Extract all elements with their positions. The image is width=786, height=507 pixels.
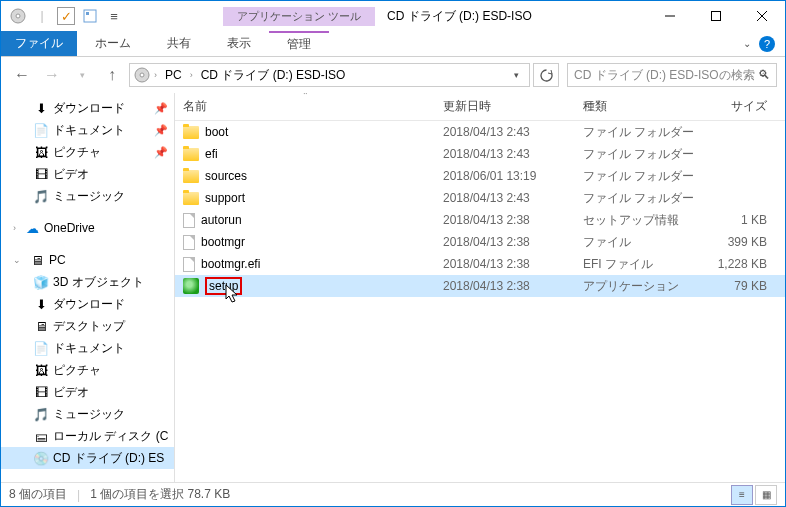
svg-point-9: [140, 73, 144, 77]
file-row[interactable]: bootmgr.efi2018/04/13 2:38EFI ファイル1,228 …: [175, 253, 785, 275]
chevron-right-icon[interactable]: ›: [190, 70, 193, 80]
help-icon[interactable]: ?: [759, 36, 775, 52]
disk-icon: 🖴: [33, 428, 49, 444]
tab-view[interactable]: 表示: [209, 31, 269, 56]
close-button[interactable]: [739, 1, 785, 31]
address-dropdown-icon[interactable]: ▾: [508, 70, 525, 80]
file-row[interactable]: boot2018/04/13 2:43ファイル フォルダー: [175, 121, 785, 143]
nav-3dobjects[interactable]: 🧊3D オブジェクト: [1, 271, 174, 293]
file-type: ファイル: [575, 234, 695, 251]
window-title: CD ドライブ (D:) ESD-ISO: [375, 8, 532, 25]
document-icon: 📄: [33, 340, 49, 356]
file-row[interactable]: support2018/04/13 2:43ファイル フォルダー: [175, 187, 785, 209]
file-list[interactable]: boot2018/04/13 2:43ファイル フォルダーefi2018/04/…: [175, 121, 785, 482]
file-row[interactable]: setup2018/04/13 2:38アプリケーション79 KB: [175, 275, 785, 297]
nav-cddrive[interactable]: 💿CD ドライブ (D:) ES: [1, 447, 174, 469]
nav-music[interactable]: 🎵ミュージック: [1, 185, 174, 207]
file-name: efi: [205, 147, 218, 161]
status-bar: 8 個の項目 | 1 個の項目を選択 78.7 KB ≡ ▦: [1, 482, 785, 506]
back-button[interactable]: ←: [9, 62, 35, 88]
nav-desktop[interactable]: 🖥デスクトップ: [1, 315, 174, 337]
file-row[interactable]: efi2018/04/13 2:43ファイル フォルダー: [175, 143, 785, 165]
expand-icon[interactable]: ›: [13, 223, 16, 233]
file-icon: [183, 213, 195, 228]
window-controls: [647, 1, 785, 31]
refresh-button[interactable]: [533, 63, 559, 87]
file-name: bootmgr: [201, 235, 245, 249]
chevron-right-icon[interactable]: ›: [154, 70, 157, 80]
up-button[interactable]: ↑: [99, 62, 125, 88]
tab-share[interactable]: 共有: [149, 31, 209, 56]
view-details-button[interactable]: ≡: [731, 485, 753, 505]
file-date: 2018/04/13 2:43: [435, 147, 575, 161]
search-placeholder: CD ドライブ (D:) ESD-ISOの検索: [574, 67, 755, 84]
onedrive-icon: ☁: [24, 220, 40, 236]
pin-icon: 📌: [154, 124, 168, 137]
file-row[interactable]: sources2018/06/01 13:19ファイル フォルダー: [175, 165, 785, 187]
crumb-drive[interactable]: CD ドライブ (D:) ESD-ISO: [197, 67, 350, 84]
nav-videos2[interactable]: 🎞ビデオ: [1, 381, 174, 403]
nav-pictures2[interactable]: 🖼ピクチャ: [1, 359, 174, 381]
column-type[interactable]: 種類: [575, 93, 695, 120]
checkbox-checked-icon[interactable]: ✓: [57, 7, 75, 25]
column-date[interactable]: 更新日時: [435, 93, 575, 120]
maximize-button[interactable]: [693, 1, 739, 31]
view-large-button[interactable]: ▦: [755, 485, 777, 505]
folder-icon: [183, 126, 199, 139]
search-input[interactable]: CD ドライブ (D:) ESD-ISOの検索 🔍︎: [567, 63, 777, 87]
file-row[interactable]: autorun2018/04/13 2:38セットアップ情報1 KB: [175, 209, 785, 231]
tab-manage[interactable]: 管理: [269, 31, 329, 56]
nav-downloads[interactable]: ⬇ダウンロード📌: [1, 97, 174, 119]
nav-documents[interactable]: 📄ドキュメント📌: [1, 119, 174, 141]
file-date: 2018/04/13 2:38: [435, 235, 575, 249]
tab-home[interactable]: ホーム: [77, 31, 149, 56]
nav-documents2[interactable]: 📄ドキュメント: [1, 337, 174, 359]
nav-videos[interactable]: 🎞ビデオ: [1, 163, 174, 185]
nav-music2[interactable]: 🎵ミュージック: [1, 403, 174, 425]
breadcrumb[interactable]: › PC › CD ドライブ (D:) ESD-ISO ▾: [129, 63, 530, 87]
svg-rect-2: [84, 10, 96, 22]
crumb-pc[interactable]: PC: [161, 68, 186, 82]
file-type: ファイル フォルダー: [575, 190, 695, 207]
forward-button[interactable]: →: [39, 62, 65, 88]
recent-dropdown-icon[interactable]: ▾: [69, 62, 95, 88]
file-date: 2018/04/13 2:43: [435, 191, 575, 205]
file-type: ファイル フォルダー: [575, 124, 695, 141]
title-bar: | ✓ ≡ アプリケーション ツール CD ドライブ (D:) ESD-ISO: [1, 1, 785, 31]
column-size[interactable]: サイズ: [695, 93, 775, 120]
nav-localdisk[interactable]: 🖴ローカル ディスク (C: [1, 425, 174, 447]
properties-icon[interactable]: [81, 7, 99, 25]
qat-dropdown-icon[interactable]: ≡: [105, 7, 123, 25]
file-type: ファイル フォルダー: [575, 146, 695, 163]
ribbon: ファイル ホーム 共有 表示 管理 ⌄ ?: [1, 31, 785, 57]
music-icon: 🎵: [33, 406, 49, 422]
objects3d-icon: 🧊: [33, 274, 49, 290]
nav-onedrive[interactable]: ›☁OneDrive: [1, 217, 174, 239]
navigation-pane[interactable]: ⬇ダウンロード📌 📄ドキュメント📌 🖼ピクチャ📌 🎞ビデオ 🎵ミュージック ›☁…: [1, 93, 175, 482]
file-row[interactable]: bootmgr2018/04/13 2:38ファイル399 KB: [175, 231, 785, 253]
minimize-button[interactable]: [647, 1, 693, 31]
tab-file[interactable]: ファイル: [1, 31, 77, 56]
file-icon: [183, 235, 195, 250]
file-size: 79 KB: [695, 279, 775, 293]
ribbon-expand-icon[interactable]: ⌄: [743, 38, 751, 49]
svg-point-1: [16, 14, 20, 18]
nav-pc[interactable]: ⌄🖥PC: [1, 249, 174, 271]
quick-access-toolbar: | ✓ ≡: [1, 7, 123, 25]
folder-icon: [183, 170, 199, 183]
file-icon: [183, 257, 195, 272]
search-icon[interactable]: 🔍︎: [758, 68, 770, 82]
nav-downloads2[interactable]: ⬇ダウンロード: [1, 293, 174, 315]
file-list-pane: 名前 更新日時 種類 サイズ ⌃ boot2018/04/13 2:43ファイル…: [175, 93, 785, 482]
file-type: セットアップ情報: [575, 212, 695, 229]
nav-pictures[interactable]: 🖼ピクチャ📌: [1, 141, 174, 163]
file-date: 2018/04/13 2:38: [435, 213, 575, 227]
document-icon: 📄: [33, 122, 49, 138]
file-name: support: [205, 191, 245, 205]
download-icon: ⬇: [33, 100, 49, 116]
folder-icon: [183, 148, 199, 161]
collapse-icon[interactable]: ⌄: [13, 255, 21, 265]
address-bar: ← → ▾ ↑ › PC › CD ドライブ (D:) ESD-ISO ▾ CD…: [1, 57, 785, 93]
pictures-icon: 🖼: [33, 362, 49, 378]
pictures-icon: 🖼: [33, 144, 49, 160]
